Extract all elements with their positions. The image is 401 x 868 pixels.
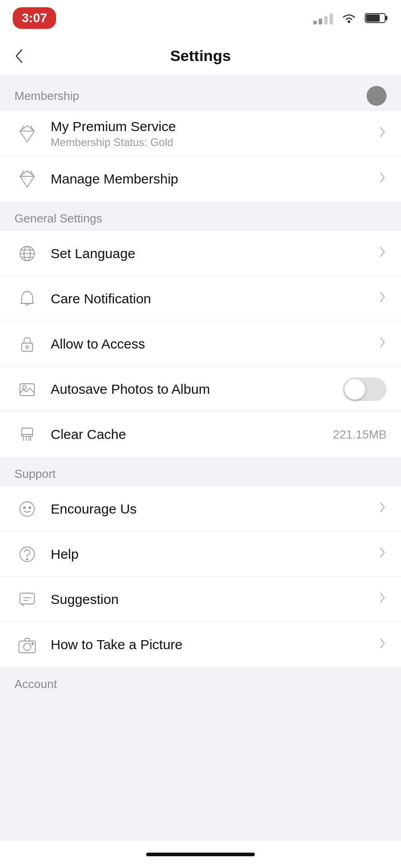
- item-content-how-to-take-picture: How to Take a Picture: [51, 637, 378, 652]
- chevron-right-icon: [378, 126, 387, 142]
- item-content-set-language: Set Language: [51, 246, 378, 261]
- toggle-autosave-photos[interactable]: [343, 377, 387, 401]
- list-section-general-settings: Set Language Care Notification Allow to …: [0, 231, 401, 457]
- item-content-allow-to-access: Allow to Access: [51, 336, 378, 352]
- item-content-help: Help: [51, 547, 378, 562]
- signal-bars-icon: [313, 12, 333, 24]
- list-item-care-notification[interactable]: Care Notification: [0, 276, 401, 321]
- section-header-membership: Membership: [0, 76, 401, 111]
- item-title-how-to-take-picture: How to Take a Picture: [51, 637, 378, 652]
- chevron-right-icon: [378, 546, 387, 562]
- item-title-my-premium-service: My Premium Service: [51, 119, 378, 134]
- list-item-set-language[interactable]: Set Language: [0, 231, 401, 276]
- list-item-encourage-us[interactable]: Encourage Us: [0, 486, 401, 532]
- section-header-support: Support: [0, 457, 401, 486]
- toggle-thumb: [344, 379, 365, 400]
- chevron-right-icon: [378, 336, 387, 352]
- status-icons: [313, 12, 388, 24]
- membership-toggle-dot[interactable]: [367, 86, 387, 106]
- status-time: 3:07: [13, 7, 56, 29]
- svg-rect-3: [366, 14, 380, 22]
- battery-icon: [365, 12, 388, 24]
- help-circle-icon: [14, 542, 40, 567]
- item-right-care-notification: [378, 291, 387, 307]
- diamond-icon: [14, 166, 40, 192]
- item-title-help: Help: [51, 547, 378, 562]
- status-bar: 3:07: [0, 0, 401, 36]
- svg-rect-22: [22, 428, 33, 434]
- list-item-autosave-photos[interactable]: Autosave Photos to Album: [0, 367, 401, 412]
- smile-icon: [14, 496, 40, 522]
- item-right-set-language: [378, 245, 387, 261]
- page-title: Settings: [170, 47, 231, 65]
- svg-rect-18: [22, 343, 33, 351]
- svg-point-19: [26, 346, 29, 349]
- list-item-my-premium-service[interactable]: My Premium ServiceMembership Status: Gol…: [0, 111, 401, 156]
- item-title-suggestion: Suggestion: [51, 592, 378, 607]
- signal-bar-1: [313, 21, 317, 24]
- svg-rect-29: [20, 593, 34, 604]
- item-right-how-to-take-picture: [378, 637, 387, 653]
- message-icon: [14, 587, 40, 612]
- item-title-manage-membership: Manage Membership: [51, 171, 378, 187]
- chevron-right-icon: [378, 591, 387, 607]
- chevron-right-icon: [378, 501, 387, 517]
- lock-icon: [14, 331, 40, 357]
- item-right-encourage-us: [378, 501, 387, 517]
- section-header-label-membership: Membership: [14, 89, 79, 103]
- signal-bar-4: [329, 14, 333, 24]
- item-right-manage-membership: [378, 171, 387, 187]
- chevron-right-icon: [378, 637, 387, 653]
- chevron-right-icon: [378, 291, 387, 307]
- list-section-membership: My Premium ServiceMembership Status: Gol…: [0, 111, 401, 202]
- wifi-icon: [340, 12, 358, 24]
- list-item-allow-to-access[interactable]: Allow to Access: [0, 321, 401, 367]
- item-subtitle-my-premium-service: Membership Status: Gold: [51, 136, 378, 149]
- signal-bar-2: [319, 19, 322, 24]
- item-right-my-premium-service: [378, 126, 387, 142]
- section-header-label-general-settings: General Settings: [14, 212, 102, 226]
- item-title-allow-to-access: Allow to Access: [51, 336, 378, 352]
- list-item-how-to-take-picture[interactable]: How to Take a Picture: [0, 622, 401, 667]
- item-right-clear-cache: 221.15MB: [333, 428, 387, 442]
- brush-icon: [14, 422, 40, 447]
- cache-size-value: 221.15MB: [333, 428, 387, 442]
- list-item-suggestion[interactable]: Suggestion: [0, 577, 401, 622]
- item-content-encourage-us: Encourage Us: [51, 501, 378, 517]
- photo-icon: [14, 377, 40, 402]
- back-button[interactable]: [13, 46, 25, 66]
- item-right-help: [378, 546, 387, 562]
- bottom-bar: [0, 841, 401, 868]
- item-right-suggestion: [378, 591, 387, 607]
- item-title-encourage-us: Encourage Us: [51, 501, 378, 517]
- section-header-label-support: Support: [14, 467, 56, 481]
- svg-rect-20: [20, 384, 34, 396]
- camera-icon: [14, 632, 40, 657]
- item-content-autosave-photos: Autosave Photos to Album: [51, 382, 343, 397]
- chevron-right-icon: [378, 171, 387, 187]
- svg-point-24: [20, 502, 34, 516]
- section-header-account: Account: [0, 667, 401, 697]
- item-right-allow-to-access: [378, 336, 387, 352]
- nav-bar: Settings: [0, 36, 401, 76]
- svg-point-25: [24, 507, 25, 509]
- diamond-icon: [14, 121, 40, 146]
- svg-rect-2: [385, 16, 387, 20]
- item-content-clear-cache: Clear Cache: [51, 427, 333, 442]
- list-item-clear-cache[interactable]: Clear Cache221.15MB: [0, 412, 401, 457]
- list-item-help[interactable]: Help: [0, 532, 401, 577]
- svg-point-0: [348, 20, 350, 23]
- list-section-support: Encourage Us Help Suggestion How to Take…: [0, 486, 401, 667]
- item-content-my-premium-service: My Premium ServiceMembership Status: Gol…: [51, 119, 378, 149]
- svg-point-28: [27, 558, 28, 560]
- section-header-label-account: Account: [14, 677, 57, 691]
- settings-sections: Membership My Premium ServiceMembership …: [0, 76, 401, 697]
- chevron-right-icon: [378, 245, 387, 261]
- svg-point-33: [24, 643, 31, 651]
- item-title-care-notification: Care Notification: [51, 291, 378, 307]
- signal-bar-3: [324, 16, 328, 24]
- item-right-autosave-photos: [343, 377, 387, 401]
- list-item-manage-membership[interactable]: Manage Membership: [0, 156, 401, 202]
- item-content-care-notification: Care Notification: [51, 291, 378, 307]
- section-header-general-settings: General Settings: [0, 202, 401, 231]
